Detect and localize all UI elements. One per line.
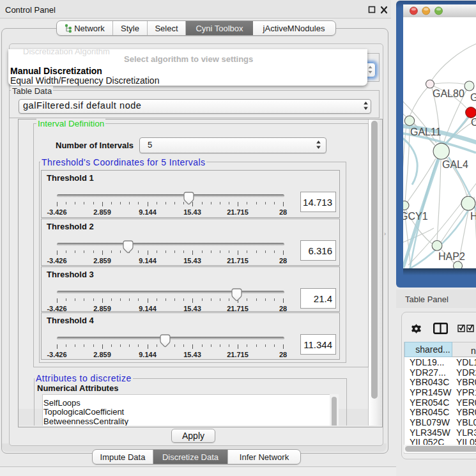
svg-text:C: C <box>471 117 476 128</box>
svg-text:GAL4: GAL4 <box>442 159 468 170</box>
svg-text:GAL11: GAL11 <box>410 127 441 137</box>
svg-text:HAP2: HAP2 <box>438 251 465 262</box>
svg-text:GAL80: GAL80 <box>433 88 464 99</box>
svg-text:GCY1: GCY1 <box>403 211 428 222</box>
svg-text:GA: GA <box>470 92 476 103</box>
svg-text:H: H <box>470 211 476 222</box>
